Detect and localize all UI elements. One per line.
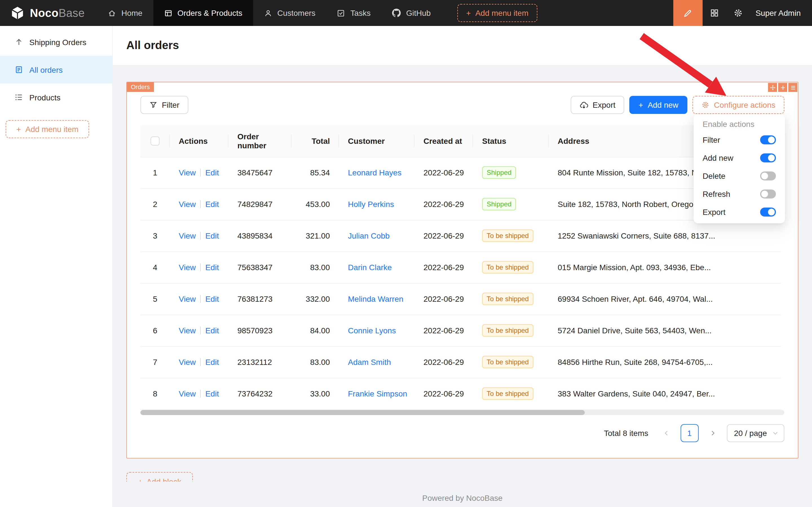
status-tag: To be shipped xyxy=(482,324,533,337)
table-row: 2 ViewEdit 74829847 453.00 Holly Perkins… xyxy=(140,188,781,220)
nav-item-label: GitHub xyxy=(406,8,430,17)
toggle-switch[interactable] xyxy=(760,171,776,180)
toolbar-right: Export + Add new Configure actions xyxy=(571,96,785,114)
add-block-button[interactable]: + Add block xyxy=(126,472,193,481)
column-header-customer: Customer xyxy=(339,125,414,157)
toggle-switch[interactable] xyxy=(760,208,776,217)
sidebar-item-all-orders[interactable]: All orders xyxy=(0,56,112,83)
toggle-switch[interactable] xyxy=(760,135,776,145)
address-cell: 69934 Schoen River, Apt. 646, 49704, Wal… xyxy=(549,283,781,315)
cloud-download-icon xyxy=(580,101,588,109)
brand[interactable]: NocoBase xyxy=(0,0,97,26)
filter-button[interactable]: Filter xyxy=(140,96,188,114)
menu-item-refresh[interactable]: Refresh xyxy=(696,185,783,203)
row-index: 1 xyxy=(140,157,170,188)
customers-icon xyxy=(264,9,272,17)
total-cell: 84.00 xyxy=(292,315,339,346)
total-cell: 33.00 xyxy=(292,378,339,409)
status-tag: To be shipped xyxy=(482,293,533,305)
block-designer-tag: Orders xyxy=(127,82,154,92)
row-actions-cell: ViewEdit xyxy=(170,220,228,251)
plugin-manager-button[interactable] xyxy=(703,0,726,26)
column-header-status: Status xyxy=(473,125,549,157)
customer-link[interactable]: Connie Lyons xyxy=(348,326,396,335)
customer-link[interactable]: Melinda Warren xyxy=(348,294,403,303)
edit-link[interactable]: Edit xyxy=(205,168,219,177)
add-new-button[interactable]: + Add new xyxy=(630,96,687,114)
sidebar-add-menu-item-button[interactable]: + Add menu item xyxy=(6,120,89,138)
customer-link[interactable]: Adam Smith xyxy=(348,357,391,367)
view-link[interactable]: View xyxy=(179,231,196,240)
configure-actions-label: Configure actions xyxy=(714,100,775,109)
menu-item-delete[interactable]: Delete xyxy=(696,167,783,185)
edit-link[interactable]: Edit xyxy=(205,326,219,335)
customer-link[interactable]: Leonard Hayes xyxy=(348,168,402,177)
created-at-cell: 2022-06-29 xyxy=(414,251,473,283)
add-block-label: Add block xyxy=(147,477,181,481)
settings-button[interactable] xyxy=(726,0,750,26)
home-icon xyxy=(108,9,116,17)
powered-by-footer: Powered by NocoBase xyxy=(126,493,799,502)
view-link[interactable]: View xyxy=(179,168,196,177)
created-at-cell: 2022-06-29 xyxy=(414,188,473,220)
toggle-switch[interactable] xyxy=(760,153,776,162)
menu-item-add-new[interactable]: Add new xyxy=(696,149,783,167)
user-menu[interactable]: Super Admin xyxy=(750,8,812,17)
block-menu-icon[interactable] xyxy=(788,83,797,92)
address-cell: 84856 Hirthe Run, Suite 268, 94754-6705,… xyxy=(549,346,781,378)
block-add-icon[interactable] xyxy=(778,83,787,92)
view-link[interactable]: View xyxy=(179,389,196,398)
prev-page-button[interactable] xyxy=(657,424,675,442)
view-link[interactable]: View xyxy=(179,294,196,303)
action-divider xyxy=(200,263,201,271)
edit-link[interactable]: Edit xyxy=(205,200,219,209)
customer-link[interactable]: Darin Clarke xyxy=(348,263,392,272)
view-link[interactable]: View xyxy=(179,326,196,335)
enable-actions-menu: Enable actions Filter Add new Delete Ref… xyxy=(694,114,785,223)
order-number-cell: 73764232 xyxy=(228,378,292,409)
edit-link[interactable]: Edit xyxy=(205,357,219,367)
nav-item-tasks[interactable]: Tasks xyxy=(326,0,382,26)
nav-item-customers[interactable]: Customers xyxy=(253,0,326,26)
next-page-button[interactable] xyxy=(703,424,721,442)
menu-item-filter[interactable]: Filter xyxy=(696,131,783,149)
order-number-cell: 23132112 xyxy=(228,346,292,378)
page-number-button[interactable]: 1 xyxy=(680,424,698,442)
drag-handle-icon[interactable] xyxy=(768,83,777,92)
plus-icon: + xyxy=(639,100,643,109)
action-divider xyxy=(200,358,201,366)
app: NocoBase Home Orders & Products Customer… xyxy=(0,0,812,507)
view-link[interactable]: View xyxy=(179,263,196,272)
nav-item-github[interactable]: GitHub xyxy=(381,0,441,26)
configure-actions-button[interactable]: Configure actions xyxy=(692,96,785,114)
customer-link[interactable]: Julian Cobb xyxy=(348,231,390,240)
customer-link[interactable]: Frankie Simpson xyxy=(348,389,407,398)
select-all-header xyxy=(140,125,170,157)
view-link[interactable]: View xyxy=(179,200,196,209)
nav-item-home[interactable]: Home xyxy=(97,0,153,26)
menu-item-export[interactable]: Export xyxy=(696,203,783,221)
export-button[interactable]: Export xyxy=(571,96,625,114)
sidebar-item-shipping-orders[interactable]: Shipping Orders xyxy=(0,28,112,56)
page-size-select[interactable]: 20 / page xyxy=(727,424,785,442)
ui-editor-button[interactable] xyxy=(673,0,703,26)
horizontal-scrollbar-thumb[interactable] xyxy=(140,410,585,415)
customer-link[interactable]: Holly Perkins xyxy=(348,200,394,209)
add-menu-item-button[interactable]: + Add menu item xyxy=(457,4,538,22)
edit-link[interactable]: Edit xyxy=(205,294,219,303)
view-link[interactable]: View xyxy=(179,357,196,367)
edit-link[interactable]: Edit xyxy=(205,389,219,398)
pagination: Total 8 items 1 20 / page xyxy=(140,424,785,442)
menu-item-label: Export xyxy=(703,208,726,217)
nav-item-orders-products[interactable]: Orders & Products xyxy=(153,0,253,26)
github-icon xyxy=(392,8,401,17)
edit-link[interactable]: Edit xyxy=(205,263,219,272)
status-cell: To be shipped xyxy=(473,251,549,283)
select-all-checkbox[interactable] xyxy=(151,137,160,146)
edit-link[interactable]: Edit xyxy=(205,231,219,240)
toggle-switch[interactable] xyxy=(760,189,776,199)
sidebar-item-products[interactable]: Products xyxy=(0,83,112,111)
action-divider xyxy=(200,200,201,208)
status-tag: To be shipped xyxy=(482,387,533,400)
add-menu-item-label: Add menu item xyxy=(475,8,528,17)
